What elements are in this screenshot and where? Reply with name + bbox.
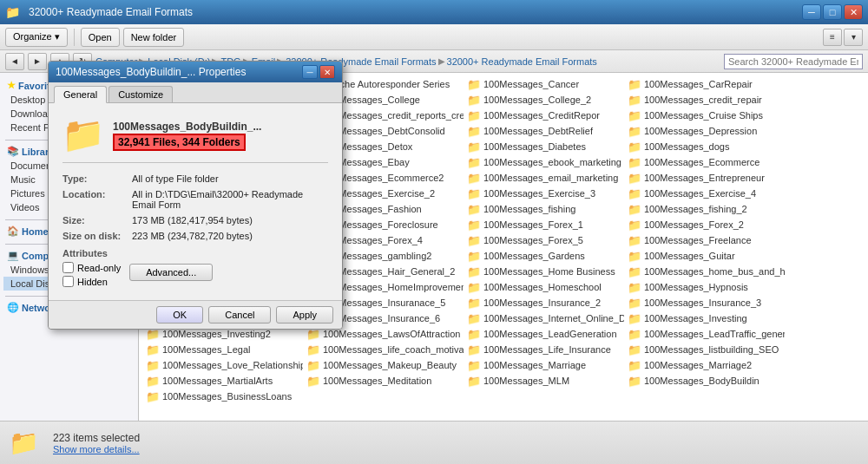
show-more-details-link[interactable]: Show more details... [53, 444, 140, 454]
apply-button[interactable]: Apply [276, 306, 333, 323]
list-item[interactable]: 📁100Messages_email_marketing [464, 170, 624, 186]
minimize-button[interactable]: ─ [802, 4, 821, 20]
list-item[interactable]: 📁100Messages_Marriage2 [624, 357, 785, 373]
folder-name: 100Messages_Freelance [644, 235, 752, 245]
list-item[interactable]: 📁100Messages_Forex_2 [624, 217, 785, 232]
folder-icon: 📁 [306, 375, 320, 388]
folder-icon: 📁 [628, 109, 641, 122]
new-folder-button[interactable]: New folder [123, 28, 185, 47]
folder-icon: 📁 [628, 187, 641, 200]
dialog-tabs: General Customize [49, 82, 342, 102]
organize-button[interactable]: Organize ▾ [5, 28, 68, 47]
folder-name: 100Messages_Cancer [483, 79, 579, 89]
list-item[interactable]: 📁100Messages_Cruise Ships [624, 108, 785, 123]
list-item[interactable]: 📁100Messages_Cancer [464, 76, 624, 92]
folder-icon: 📁 [467, 297, 481, 310]
list-item[interactable]: 📁100Messages_Home Business [464, 264, 624, 279]
view-options-button[interactable]: ▾ [844, 29, 863, 46]
open-button[interactable]: Open [81, 28, 120, 47]
list-item[interactable]: 📁100Messages_Diabetes [464, 139, 624, 154]
folder-icon: 📁 [628, 328, 641, 341]
dialog-size-on-disk-row: Size on disk: 223 MB (234,782,720 bytes) [62, 231, 328, 241]
folder-icon: 📁 [467, 281, 481, 294]
list-item[interactable]: 📁100Messages_MLM [464, 373, 624, 389]
list-item[interactable]: 📁100Messages_dogs [624, 139, 785, 154]
folder-name: 100Messages_Ecommerce [644, 157, 760, 167]
folder-icon: 📁 [146, 375, 160, 388]
folder-icon: 📁 [628, 125, 641, 138]
list-item[interactable]: 📁100Messages_Freelance [624, 232, 785, 248]
dialog-close-button[interactable]: ✕ [319, 65, 335, 79]
hidden-checkbox[interactable] [62, 276, 74, 287]
list-item[interactable]: 📁100Messages_College_2 [464, 92, 624, 108]
breadcrumb-formats2[interactable]: 32000+ Readymade Email Formats [447, 56, 597, 67]
list-item[interactable]: 📁100Messages_LeadGeneration [464, 326, 624, 342]
dialog-minimize-button[interactable]: ─ [302, 65, 318, 79]
folder-name: 100Messages_BodyBuildin [644, 376, 760, 386]
list-item[interactable]: 📁100Messages_Life_Insurance [464, 342, 624, 357]
folder-icon: 📁 [467, 312, 481, 325]
list-item[interactable]: 📁100Messages_MartialArts [142, 373, 303, 389]
folder-icon: 📁 [467, 78, 481, 91]
view-icon-button[interactable]: ≡ [823, 29, 842, 46]
list-item[interactable]: 📁100Messages_Exercise_3 [464, 186, 624, 201]
folder-icon: 📁 [628, 265, 641, 278]
dialog-size-row: Size: 173 MB (182,417,954 bytes) [62, 215, 328, 225]
list-item[interactable]: 📁100Messages_Homeschool [464, 279, 624, 295]
list-item[interactable]: 📁100Messages_Gardens [464, 248, 624, 264]
list-item[interactable]: 📁100Messages_DebtRelief [464, 123, 624, 139]
ok-button[interactable]: OK [156, 306, 203, 323]
folder-name: 100Messages_email_marketing [483, 173, 618, 183]
folder-name: 100Messages_Marriage [483, 360, 586, 370]
folder-icon: 📁 [306, 359, 320, 372]
list-item[interactable]: 📁100Messages_CreditRepor [464, 108, 624, 123]
folder-name: 100Messages_CarRepair [644, 79, 753, 89]
list-item[interactable]: 📁100Messages_Ecommerce [624, 154, 785, 170]
list-item[interactable]: 📁100Messages_fishing [464, 201, 624, 217]
list-item[interactable]: 📁100Messages_fishing_2 [624, 201, 785, 217]
list-item[interactable]: 📁100Messages_listbuilding_SEO [624, 342, 785, 357]
list-item[interactable]: 📁100Messages_Internet_Online_Dating [464, 310, 624, 326]
forward-button[interactable]: ► [28, 53, 47, 70]
cancel-button[interactable]: Cancel [208, 306, 271, 323]
list-item[interactable]: 📁100Messages_Investing [624, 310, 785, 326]
folder-name: 100Messages_Makeup_Beauty [323, 360, 457, 370]
back-button[interactable]: ◄ [5, 53, 24, 70]
list-item[interactable]: 📁100Messages_Forex_5 [464, 232, 624, 248]
list-item[interactable]: 📁100Messages_Exercise_4 [624, 186, 785, 201]
list-item[interactable]: 📁100Messages_Forex_1 [464, 217, 624, 232]
list-item[interactable]: 📁100Messages_Legal [142, 342, 303, 357]
maximize-button[interactable]: □ [823, 4, 842, 20]
readonly-checkbox[interactable] [62, 262, 74, 273]
list-item[interactable]: 📁100Messages_Depression [624, 123, 785, 139]
folder-name: 100Messages_Depression [644, 126, 757, 136]
list-item[interactable]: 📁100Messages_Insurance_2 [464, 295, 624, 310]
list-item[interactable]: 📁100Messages_CarRepair [624, 76, 785, 92]
dialog-folder-name: 100Messages_BodyBuildin_... [113, 121, 261, 133]
folder-name: 100Messages_Life_Insurance [483, 344, 611, 355]
dialog-tab-general[interactable]: General [54, 86, 107, 103]
close-button[interactable]: ✕ [844, 4, 863, 20]
list-item[interactable]: 📁100Messages_credit_repair [624, 92, 785, 108]
list-item[interactable]: 📁100Messages_BusinessLoans [142, 389, 303, 404]
folder-name: 100Messages_Insurance_3 [644, 297, 761, 308]
folder-name: 100Messages_Entrepreneur [644, 173, 765, 183]
list-item[interactable]: 📁100Messages_Meditation [303, 373, 464, 389]
list-item[interactable]: 📁100Messages_home_bus_and_hb_owners [624, 264, 785, 279]
list-item[interactable]: 📁100Messages_BodyBuildin [624, 373, 785, 389]
search-input[interactable] [724, 54, 863, 69]
list-item[interactable]: 📁100Messages_Entrepreneur [624, 170, 785, 186]
folder-name: 100Messages_MLM [483, 376, 569, 386]
list-item[interactable]: 📁100Messages_life_coach_motivation [303, 342, 464, 357]
folder-name: 100Messages_fishing_2 [644, 204, 747, 214]
list-item[interactable]: 📁100Messages_Guitar [624, 248, 785, 264]
list-item[interactable]: 📁100Messages_LeadTraffic_generation [624, 326, 785, 342]
list-item[interactable]: 📁100Messages_Insurance_3 [624, 295, 785, 310]
list-item[interactable]: 📁100Messages_Love_Relationships [142, 357, 303, 373]
dialog-tab-customize[interactable]: Customize [108, 86, 173, 102]
list-item[interactable]: 📁100Messages_Hypnosis [624, 279, 785, 295]
list-item[interactable]: 📁100Messages_Makeup_Beauty [303, 357, 464, 373]
list-item[interactable]: 📁100Messages_Marriage [464, 357, 624, 373]
advanced-button[interactable]: Advanced... [129, 264, 213, 281]
list-item[interactable]: 📁100Messages_ebook_marketing [464, 154, 624, 170]
